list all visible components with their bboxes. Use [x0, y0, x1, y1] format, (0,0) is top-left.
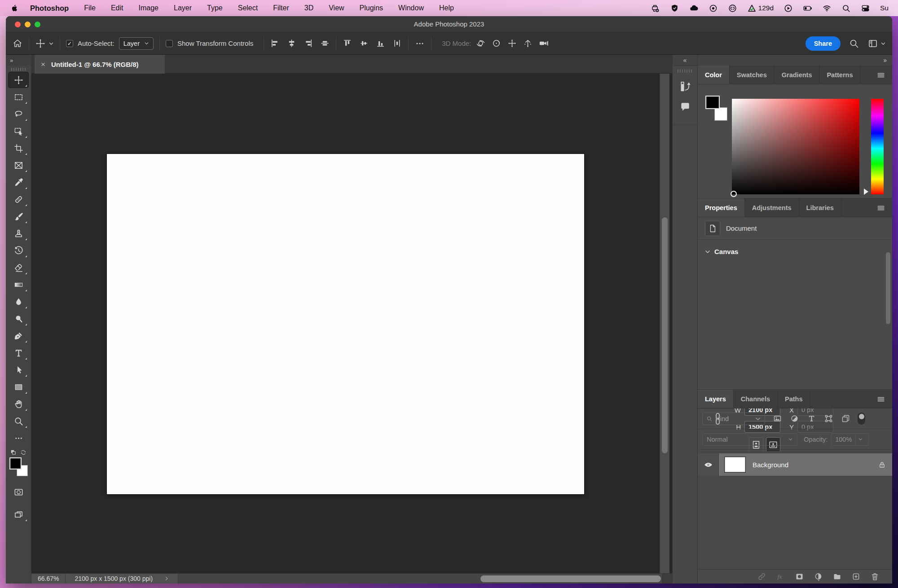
wifi-icon[interactable] [817, 4, 836, 13]
workspace-switcher-icon[interactable] [867, 38, 878, 49]
align-bottom-edges-icon[interactable] [375, 38, 386, 48]
horizontal-scrollbar-thumb[interactable] [480, 575, 661, 582]
filter-shape-icon[interactable] [824, 414, 833, 423]
screen-mode-icon[interactable] [8, 506, 29, 522]
menu-edit[interactable]: Edit [103, 4, 131, 12]
battery-icon[interactable] [798, 4, 817, 13]
blend-mode-dropdown[interactable]: Normal [702, 433, 797, 446]
menu-select[interactable]: Select [230, 4, 265, 12]
add-mask-icon[interactable] [795, 572, 804, 581]
marquee-tool-icon[interactable] [8, 89, 29, 105]
new-adjustment-icon[interactable] [814, 572, 823, 581]
menu-photoshop[interactable]: Photoshop [22, 4, 76, 13]
layers-panel-menu-icon[interactable] [876, 394, 892, 404]
align-left-edges-icon[interactable] [270, 38, 280, 48]
control-center-icon[interactable] [856, 4, 875, 13]
zoom-tool-icon[interactable] [8, 413, 29, 429]
creative-cloud-icon[interactable] [723, 4, 742, 13]
share-button[interactable]: Share [806, 36, 841, 51]
close-document-icon[interactable]: × [41, 61, 45, 68]
show-transform-checkbox[interactable] [166, 40, 173, 47]
comments-panel-icon[interactable] [676, 98, 694, 116]
align-right-edges-icon[interactable] [303, 38, 313, 48]
tab-layers[interactable]: Layers [698, 390, 734, 408]
hue-slider-arrow[interactable] [864, 189, 868, 195]
layer-locked-icon[interactable] [878, 461, 886, 469]
layer-row-background[interactable]: Background [698, 453, 892, 476]
link-layers-icon[interactable] [757, 572, 766, 581]
hand-tool-icon[interactable] [8, 396, 29, 412]
blur-tool-icon[interactable] [8, 294, 29, 310]
expand-tools-icon[interactable]: » [6, 55, 31, 66]
more-align-options-icon[interactable] [414, 38, 425, 49]
shield-check-icon[interactable] [665, 4, 684, 13]
ellipsis-tool-icon[interactable] [8, 430, 29, 446]
menu-type[interactable]: Type [199, 4, 230, 12]
canvas[interactable] [107, 154, 584, 494]
eyedropper-tool-icon[interactable] [8, 174, 29, 190]
new-layer-icon[interactable] [851, 572, 861, 581]
brush-tool-icon[interactable] [8, 208, 29, 224]
tab-libraries[interactable]: Libraries [799, 198, 841, 217]
move-tool-preset-icon[interactable] [35, 38, 46, 49]
apple-menu-icon[interactable] [10, 4, 19, 13]
menu-window[interactable]: Window [391, 4, 431, 12]
path-selection-tool-icon[interactable] [8, 362, 29, 378]
swap-colors-icon[interactable] [20, 449, 27, 456]
quick-mask-mode-icon[interactable] [8, 484, 29, 500]
chevron-down-icon[interactable] [880, 41, 886, 46]
menu-help[interactable]: Help [431, 4, 462, 12]
new-group-icon[interactable] [832, 572, 842, 581]
default-colors-icon[interactable] [10, 449, 17, 456]
canvas-viewport[interactable] [31, 74, 672, 573]
rectangle-tool-icon[interactable] [8, 379, 29, 395]
layer-visibility-toggle[interactable] [698, 453, 719, 476]
zoom-window-button[interactable] [35, 22, 40, 27]
properties-scrollbar[interactable] [886, 220, 891, 386]
tools-grip-handle[interactable] [11, 68, 26, 71]
home-icon[interactable] [12, 38, 23, 49]
menu-file[interactable]: File [76, 4, 103, 12]
close-window-button[interactable] [15, 22, 21, 27]
minimize-window-button[interactable] [25, 22, 31, 27]
clone-stamp-tool-icon[interactable] [8, 225, 29, 241]
3d-orbit-icon[interactable] [475, 38, 486, 48]
cloud-icon[interactable] [684, 4, 704, 13]
color-panel-menu-icon[interactable] [876, 70, 892, 80]
document-tab[interactable]: × Untitled-1 @ 66.7% (RGB/8) [35, 55, 165, 74]
record-icon[interactable] [704, 4, 723, 13]
tab-paths[interactable]: Paths [778, 390, 810, 408]
warn-triangle-icon[interactable]: 129d [742, 4, 779, 13]
align-top-edges-icon[interactable] [342, 38, 352, 48]
kind-filter-dropdown[interactable]: Kind [702, 412, 765, 425]
history-brush-tool-icon[interactable] [8, 242, 29, 259]
chevron-down-icon[interactable] [48, 41, 54, 46]
healing-brush-tool-icon[interactable] [8, 191, 29, 207]
foreground-color-swatch[interactable] [705, 96, 720, 109]
frame-tool-icon[interactable] [8, 157, 29, 173]
hue-ramp[interactable] [871, 99, 884, 194]
menu-plugins[interactable]: Plugins [352, 4, 391, 12]
color-field-cursor[interactable] [731, 191, 737, 197]
align-middle-icon[interactable] [359, 38, 369, 48]
dodge-tool-icon[interactable] [8, 311, 29, 327]
auto-select-dropdown[interactable]: Layer [119, 37, 154, 50]
filter-adjustment-icon[interactable] [790, 414, 799, 423]
tab-patterns[interactable]: Patterns [819, 66, 860, 84]
canvas-section-header[interactable]: Canvas [698, 240, 892, 255]
expand-panels-icon[interactable]: » [698, 55, 892, 66]
menu-layer[interactable]: Layer [166, 4, 199, 12]
auto-select-checkbox[interactable] [66, 40, 73, 47]
align-vertical-centers-icon[interactable] [320, 38, 330, 48]
3d-pan-icon[interactable] [507, 38, 517, 48]
type-tool-icon[interactable] [8, 345, 29, 361]
distribute-horizontal-icon[interactable] [392, 38, 402, 48]
tab-adjustments[interactable]: Adjustments [745, 198, 799, 217]
filter-type-icon[interactable] [807, 414, 816, 423]
menu-image[interactable]: Image [131, 4, 166, 12]
menu-filter[interactable]: Filter [265, 4, 297, 12]
vertical-scrollbar-thumb[interactable] [662, 217, 668, 453]
zoom-level[interactable]: 66.67% [31, 574, 66, 584]
foreground-color-swatch[interactable] [9, 457, 22, 470]
section-collapse-icon[interactable] [705, 249, 710, 255]
